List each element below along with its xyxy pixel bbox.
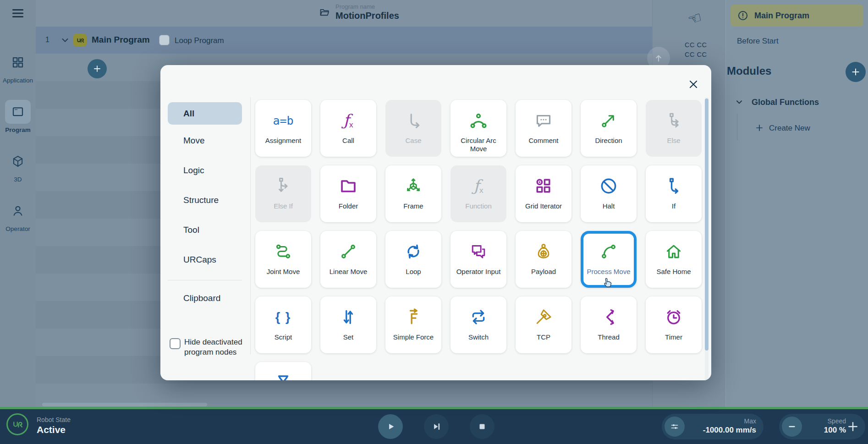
add-module-button[interactable] bbox=[846, 62, 866, 82]
close-icon[interactable] bbox=[686, 77, 701, 92]
program-node-tile[interactable]: a=b Assignment bbox=[255, 100, 311, 157]
category-item[interactable]: URCaps bbox=[168, 254, 242, 265]
thread-icon bbox=[599, 307, 619, 328]
create-new-button[interactable]: Create New bbox=[769, 124, 810, 133]
sidebar-item[interactable]: Application bbox=[0, 42, 36, 92]
ur-node-badge-icon bbox=[73, 33, 87, 47]
dialog-scrollbar[interactable] bbox=[705, 97, 709, 380]
safe-home-icon bbox=[664, 241, 684, 262]
halt-icon bbox=[599, 175, 619, 197]
play-button[interactable] bbox=[378, 414, 403, 439]
before-start-item[interactable]: Before Start bbox=[737, 37, 779, 46]
program-node-tile[interactable]: Grid Iterator bbox=[516, 165, 571, 222]
hamburger-menu-icon[interactable] bbox=[9, 5, 27, 21]
joint-move-icon bbox=[273, 241, 293, 262]
category-item[interactable]: All bbox=[168, 102, 242, 125]
case-icon bbox=[403, 110, 423, 131]
plus-icon bbox=[754, 123, 764, 133]
node-grid: a=b Assignment ƒx Call Case Circular Arc… bbox=[255, 100, 702, 380]
sidebar-item[interactable]: Operator bbox=[0, 191, 36, 240]
sidebar-item[interactable]: 3D bbox=[0, 141, 36, 191]
program-window-icon bbox=[5, 100, 31, 124]
program-node-tile[interactable]: Folder bbox=[320, 165, 376, 222]
payload-icon bbox=[533, 241, 554, 262]
step-button[interactable] bbox=[424, 414, 449, 439]
app-grid-icon bbox=[5, 50, 31, 74]
modules-title: Modules bbox=[727, 65, 771, 77]
robot-state-value[interactable]: Active bbox=[37, 424, 66, 435]
category-list: All Move Logic Structure Tool URCaps Cli… bbox=[168, 102, 242, 322]
add-node-button[interactable] bbox=[88, 59, 107, 78]
stop-button[interactable] bbox=[470, 414, 494, 439]
speed-value: 100 % bbox=[824, 426, 846, 435]
sidebar-item[interactable]: Program bbox=[0, 92, 36, 141]
program-node-tile[interactable]: Switch bbox=[450, 296, 506, 353]
program-node-tile[interactable]: Timer bbox=[646, 296, 702, 353]
polyscope-app: Application Program 3D Operator Program … bbox=[0, 0, 868, 444]
program-node-tile[interactable]: Loop bbox=[385, 231, 441, 288]
program-node-tile[interactable]: ƒx Function bbox=[450, 165, 506, 222]
program-node-tile[interactable]: TCP bbox=[516, 296, 571, 353]
global-functions-label[interactable]: Global Functions bbox=[752, 98, 819, 107]
cube-3d-icon bbox=[5, 149, 31, 173]
direction-icon bbox=[599, 110, 619, 131]
program-node-tile[interactable]: Safe Home bbox=[646, 231, 702, 288]
program-node-tile[interactable]: Halt bbox=[581, 165, 637, 222]
loop-icon bbox=[403, 241, 423, 262]
program-node-tile[interactable]: ƒx Call bbox=[320, 100, 376, 157]
speed-settings-icon[interactable] bbox=[665, 417, 685, 437]
grid-iterator-icon bbox=[533, 175, 554, 197]
mouse-cursor-icon bbox=[601, 277, 613, 289]
category-item[interactable]: Logic bbox=[168, 165, 242, 176]
program-node-tile[interactable]: Linear Move bbox=[320, 231, 376, 288]
tree-indent-line bbox=[737, 114, 737, 140]
dialog-divider bbox=[250, 97, 251, 355]
main-program-tree-item[interactable]: Main Program bbox=[731, 5, 863, 27]
right-panel bbox=[725, 0, 868, 407]
max-label: Max bbox=[703, 417, 756, 425]
program-node-tile[interactable]: Comment bbox=[516, 100, 571, 157]
operator-person-icon bbox=[5, 199, 31, 223]
category-item[interactable]: Structure bbox=[168, 195, 242, 206]
program-node-tile[interactable]: Payload bbox=[516, 231, 571, 288]
program-node-tile[interactable]: Case bbox=[385, 100, 441, 157]
program-node-tile[interactable]: Circular Arc Move bbox=[450, 100, 506, 157]
speed-decrease-button[interactable] bbox=[782, 417, 802, 437]
category-item[interactable]: Move bbox=[168, 135, 242, 146]
category-item[interactable]: Tool bbox=[168, 225, 242, 236]
call-fx-icon: ƒx bbox=[343, 110, 353, 131]
program-node-tile[interactable] bbox=[255, 362, 311, 380]
ur-logo-icon bbox=[6, 413, 28, 435]
main-program-title: Main Program bbox=[92, 35, 150, 45]
program-node-tile[interactable]: Direction bbox=[581, 100, 637, 157]
node-picker-dialog: All Move Logic Structure Tool URCaps Cli… bbox=[160, 65, 711, 380]
program-node-tile[interactable]: Else If bbox=[255, 165, 311, 222]
program-node-tile[interactable]: Thread bbox=[581, 296, 637, 353]
comment-icon bbox=[533, 110, 554, 131]
row-number: 1 bbox=[45, 36, 49, 44]
program-name[interactable]: MotionProfiles bbox=[335, 11, 399, 21]
chevron-down-icon[interactable] bbox=[734, 97, 744, 107]
category-item[interactable]: Clipboard bbox=[168, 280, 242, 303]
simple-force-icon bbox=[403, 307, 423, 328]
chevron-down-icon[interactable] bbox=[60, 35, 71, 46]
hide-deactivated-checkbox[interactable] bbox=[170, 338, 181, 349]
program-node-tile[interactable]: If bbox=[646, 165, 702, 222]
cc-annotation: CC CC CC CC bbox=[685, 40, 707, 60]
hide-deactivated-label: Hide deactivated program nodes bbox=[184, 337, 271, 357]
if-icon bbox=[664, 175, 684, 197]
program-node-tile[interactable]: Else bbox=[646, 100, 702, 157]
main-program-tree-label: Main Program bbox=[754, 11, 809, 21]
program-node-tile[interactable]: Frame bbox=[385, 165, 441, 222]
process-move-icon bbox=[599, 241, 619, 262]
program-node-tile[interactable]: Operator Input bbox=[450, 231, 506, 288]
program-node-tile[interactable]: Simple Force bbox=[385, 296, 441, 353]
loop-program-checkbox[interactable] bbox=[159, 35, 170, 45]
program-node-tile[interactable]: Joint Move bbox=[255, 231, 311, 288]
program-folder-icon[interactable] bbox=[319, 6, 330, 18]
program-node-tile[interactable]: Set bbox=[320, 296, 376, 353]
tcp-icon bbox=[533, 307, 554, 328]
dialog-scrollbar-thumb[interactable] bbox=[705, 99, 709, 351]
horizontal-scrollbar[interactable] bbox=[42, 403, 207, 406]
speed-increase-button[interactable] bbox=[846, 420, 861, 434]
